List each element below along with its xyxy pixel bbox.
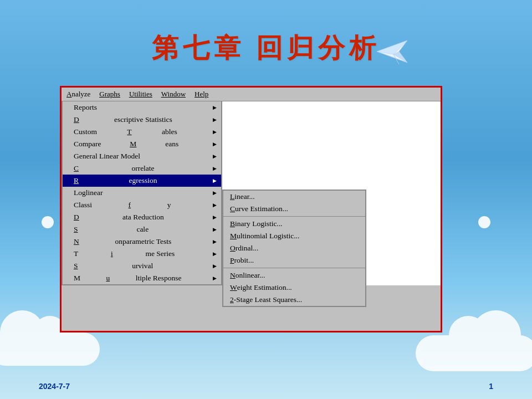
menu-time-series[interactable]: Time Series (63, 248, 221, 260)
screenshot-container: Analyze Graphs Utilities Window Help Rep… (60, 86, 442, 332)
menu-survival[interactable]: Survival (63, 260, 221, 272)
divider-2 (223, 268, 365, 268)
submenu-ordinal[interactable]: Ordinal... (223, 242, 365, 254)
cloud-left (0, 332, 100, 366)
menu-custom-tables[interactable]: Custom Tables (63, 126, 221, 138)
submenu-weight-estimation[interactable]: Weight Estimation... (223, 282, 365, 294)
submenu-probit[interactable]: Probit... (223, 254, 365, 267)
menu-regression[interactable]: Regression (63, 175, 221, 187)
secondary-menu: Linear... Curve Estimation... Binary Log… (222, 190, 366, 307)
menu-general-linear-model[interactable]: General Linear Model (63, 150, 221, 162)
slide-date: 2024-7-7 (39, 382, 70, 391)
primary-menu: Reports Descriptive Statistics Custom Ta… (62, 101, 222, 285)
menu-reports[interactable]: Reports (63, 101, 221, 114)
dropdown-area: Reports Descriptive Statistics Custom Ta… (62, 101, 441, 285)
menu-scale[interactable]: Scale (63, 223, 221, 236)
menu-bar[interactable]: Analyze Graphs Utilities Window Help (62, 88, 441, 101)
menu-classify[interactable]: Classify (63, 199, 221, 211)
submenu-binary-logistic[interactable]: Binary Logistic... (223, 218, 365, 230)
nav-dot-right[interactable] (478, 216, 490, 228)
menu-window[interactable]: Window (159, 89, 188, 99)
slide-number: 1 (489, 382, 493, 391)
submenu-linear[interactable]: Linear... (223, 191, 365, 203)
menu-descriptive-statistics[interactable]: Descriptive Statistics (63, 114, 221, 126)
menu-graphs[interactable]: Graphs (97, 89, 122, 99)
menu-data-reduction[interactable]: Data Reduction (63, 211, 221, 223)
menu-help[interactable]: Help (192, 89, 211, 99)
menu-nonparametric-tests[interactable]: Nonparametric Tests (63, 236, 221, 248)
submenu-2stage-least-squares[interactable]: 2-Stage Least Squares... (223, 294, 365, 306)
slide-title: 第七章 回归分析 (0, 30, 532, 66)
menu-analyze[interactable]: Analyze (64, 89, 93, 99)
menu-compare-means[interactable]: Compare Means (63, 138, 221, 150)
title-text: 第七章 回归分析 (152, 33, 380, 63)
nav-dot-left[interactable] (42, 216, 54, 228)
submenu-multinomial-logistic[interactable]: Multinomial Logistic... (223, 230, 365, 242)
menu-loglinear[interactable]: Loglinear (63, 187, 221, 199)
cloud-right (416, 335, 532, 371)
submenu-nonlinear[interactable]: Nonlinear... (223, 269, 365, 282)
menu-multiple-response[interactable]: Multiple Response (63, 272, 221, 284)
menu-utilities[interactable]: Utilities (127, 89, 155, 99)
divider-1 (223, 216, 365, 217)
submenu-curve-estimation[interactable]: Curve Estimation... (223, 203, 365, 215)
menu-correlate[interactable]: Correlate (63, 162, 221, 175)
